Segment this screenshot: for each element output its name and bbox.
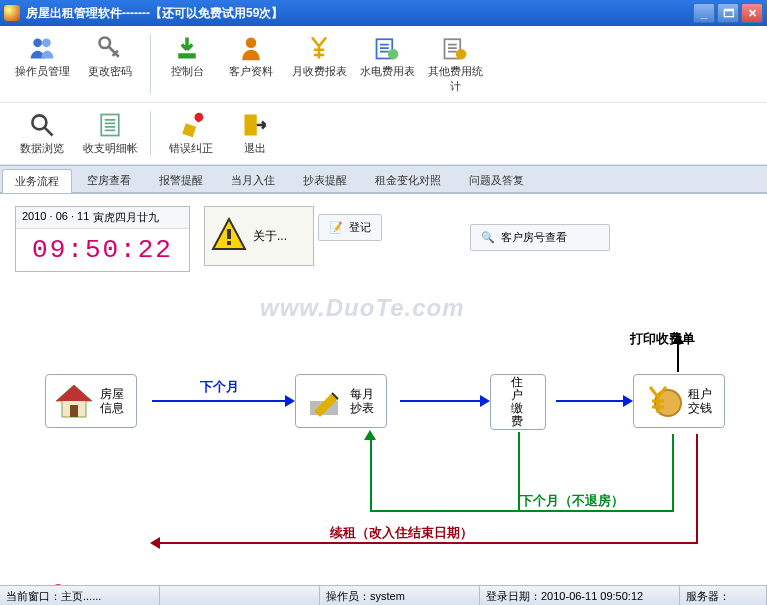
maximize-button[interactable]: 🗖 bbox=[717, 3, 739, 23]
keys-icon bbox=[94, 34, 126, 62]
tab-meter-remind[interactable]: 抄表提醒 bbox=[290, 168, 360, 192]
exit-icon bbox=[239, 111, 271, 139]
tab-alarm[interactable]: 报警提醒 bbox=[146, 168, 216, 192]
close-button[interactable]: ✕ bbox=[741, 3, 763, 23]
workflow-diagram: 打印收费单 房屋 信息 每月 抄表 住户缴费 租户 交钱 bbox=[0, 344, 767, 604]
edge-green-h bbox=[370, 510, 674, 512]
house-icon bbox=[54, 381, 94, 421]
pencil-error-icon bbox=[175, 111, 207, 139]
exit-button[interactable]: 退出 bbox=[225, 107, 285, 160]
pay-label: 住户缴费 bbox=[511, 376, 525, 428]
watermark-text: www.DuoTe.com bbox=[260, 294, 465, 322]
svg-rect-12 bbox=[245, 115, 257, 136]
utility-fee-button[interactable]: 水电费用表 bbox=[353, 30, 421, 98]
lunar-text: 寅虎四月廿九 bbox=[93, 210, 159, 225]
error-correct-button[interactable]: 错误纠正 bbox=[157, 107, 225, 160]
content-area: 2010 · 06 · 11 寅虎四月廿九 09:50:22 关于... 📝 登… bbox=[0, 194, 767, 605]
toolbar-separator bbox=[150, 34, 151, 94]
console-button[interactable]: 控制台 bbox=[157, 30, 217, 98]
register-icon: 📝 bbox=[329, 221, 343, 234]
toolbar-row-1: 操作员管理 更改密码 控制台 客户资料 月收费报表 水电费用表 其他费用统计 bbox=[0, 26, 767, 103]
status-current-window: 当前窗口：主页...... bbox=[0, 586, 160, 605]
edge-pay-coin bbox=[556, 400, 623, 402]
node-collect-money[interactable]: 租户 交钱 bbox=[633, 374, 725, 428]
date-text: 2010 · 06 · 11 bbox=[22, 210, 89, 225]
arrow-up-green-icon bbox=[364, 430, 376, 440]
tab-qa[interactable]: 问题及答复 bbox=[456, 168, 537, 192]
other-fee-button[interactable]: 其他费用统计 bbox=[421, 30, 489, 98]
svg-rect-3 bbox=[178, 53, 196, 58]
money-icon bbox=[642, 381, 682, 421]
magnify-icon bbox=[26, 111, 58, 139]
date-time-panel: 2010 · 06 · 11 寅虎四月廿九 09:50:22 bbox=[15, 206, 190, 272]
tab-vacancy[interactable]: 空房查看 bbox=[74, 168, 144, 192]
edge-label-renew: 续租（改入住结束日期） bbox=[330, 524, 473, 542]
arrow-icon bbox=[623, 395, 633, 407]
clock-text: 09:50:22 bbox=[16, 229, 189, 271]
node-tenant-pay[interactable]: 住户缴费 bbox=[490, 374, 546, 430]
about-popup[interactable]: 关于... bbox=[204, 206, 314, 266]
arrow-icon bbox=[285, 395, 295, 407]
toolbar-row-2: 数据浏览 收支明细帐 错误纠正 退出 bbox=[0, 103, 767, 165]
svg-rect-15 bbox=[70, 405, 78, 417]
svg-point-4 bbox=[246, 38, 257, 49]
house-label: 房屋 信息 bbox=[100, 387, 128, 415]
person-icon bbox=[235, 34, 267, 62]
status-empty bbox=[160, 586, 320, 605]
browse-data-button[interactable]: 数据浏览 bbox=[8, 107, 76, 160]
change-password-button[interactable]: 更改密码 bbox=[76, 30, 144, 98]
arrow-left-red-icon bbox=[150, 537, 160, 549]
other-fee-icon bbox=[439, 34, 471, 62]
arrow-up-icon bbox=[672, 334, 684, 344]
title-text: 房屋出租管理软件-------【还可以免费试用59次】 bbox=[26, 5, 283, 22]
register-button[interactable]: 📝 登记 bbox=[318, 214, 382, 241]
svg-point-9 bbox=[32, 115, 46, 129]
edge-label-next-month-noexit: 下个月（不退房） bbox=[520, 492, 624, 510]
edge-green-v2 bbox=[370, 436, 372, 512]
edge-green-v3 bbox=[672, 434, 674, 512]
node-house-info[interactable]: 房屋 信息 bbox=[45, 374, 137, 428]
monthly-fee-report-button[interactable]: 月收费报表 bbox=[285, 30, 353, 98]
edge-house-meter bbox=[152, 400, 285, 402]
customer-data-button[interactable]: 客户资料 bbox=[217, 30, 285, 98]
ledger-icon bbox=[94, 111, 126, 139]
node-monthly-meter[interactable]: 每月 抄表 bbox=[295, 374, 387, 428]
svg-rect-13 bbox=[227, 229, 231, 239]
tab-strip: 业务流程 空房查看 报警提醒 当月入住 抄表提醒 租金变化对照 问题及答复 bbox=[0, 165, 767, 192]
svg-rect-14 bbox=[227, 241, 231, 245]
arrow-icon bbox=[480, 395, 490, 407]
tab-workflow[interactable]: 业务流程 bbox=[2, 169, 72, 193]
meter-label: 每月 抄表 bbox=[350, 387, 378, 415]
tab-month-checkin[interactable]: 当月入住 bbox=[218, 168, 288, 192]
edge-coin-print bbox=[677, 342, 679, 372]
app-icon bbox=[4, 5, 20, 21]
users-icon bbox=[26, 34, 58, 62]
operator-manage-button[interactable]: 操作员管理 bbox=[8, 30, 76, 98]
svg-rect-10 bbox=[101, 115, 119, 136]
yen-report-icon bbox=[303, 34, 335, 62]
svg-point-8 bbox=[456, 49, 467, 60]
warning-icon bbox=[205, 215, 253, 258]
coin-label: 租户 交钱 bbox=[688, 387, 716, 415]
lookup-icon: 🔍 bbox=[481, 231, 495, 244]
minimize-button[interactable]: _ bbox=[693, 3, 715, 23]
meter-pencil-icon bbox=[304, 381, 344, 421]
status-bar: 当前窗口：主页...... 操作员：system 登录日期：2010-06-11… bbox=[0, 585, 767, 605]
edge-meter-pay bbox=[400, 400, 480, 402]
svg-point-1 bbox=[42, 38, 51, 47]
util-report-icon bbox=[371, 34, 403, 62]
status-login-date: 登录日期：2010-06-11 09:50:12 bbox=[480, 586, 680, 605]
about-label: 关于... bbox=[253, 228, 287, 245]
titlebar: 房屋出租管理软件-------【还可以免费试用59次】 _ 🗖 ✕ bbox=[0, 0, 767, 26]
tab-rent-change[interactable]: 租金变化对照 bbox=[362, 168, 454, 192]
lookup-room-button[interactable]: 🔍 客户房号查看 bbox=[470, 224, 610, 251]
status-server: 服务器： bbox=[680, 586, 767, 605]
edge-red-h bbox=[160, 542, 698, 544]
toolbar-separator bbox=[150, 111, 151, 156]
income-ledger-button[interactable]: 收支明细帐 bbox=[76, 107, 144, 160]
svg-point-11 bbox=[195, 113, 204, 122]
edge-label-next-month: 下个月 bbox=[200, 378, 239, 396]
download-icon bbox=[171, 34, 203, 62]
status-operator: 操作员：system bbox=[320, 586, 480, 605]
print-receipt-label: 打印收费单 bbox=[630, 330, 695, 348]
